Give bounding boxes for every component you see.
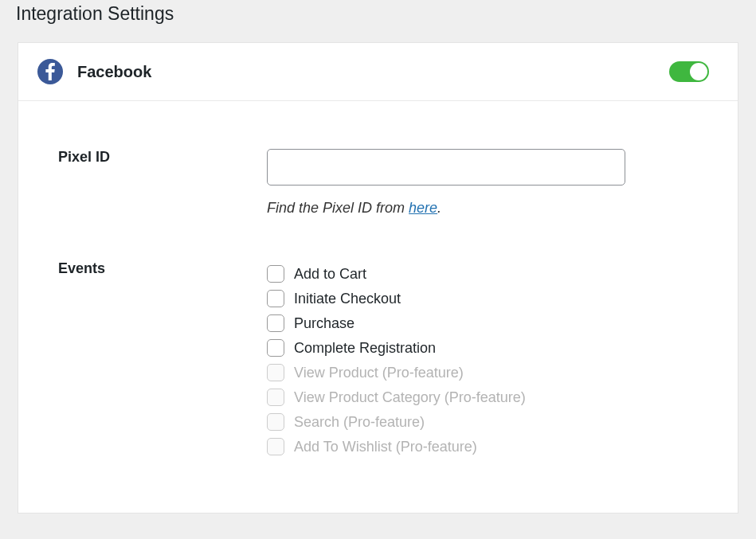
events-list: Add to CartInitiate CheckoutPurchaseComp…: [267, 264, 698, 457]
facebook-icon: [37, 59, 63, 84]
event-item: Initiate Checkout: [267, 288, 698, 309]
page-title: Integration Settings: [16, 3, 738, 25]
event-label: Initiate Checkout: [294, 291, 401, 307]
event-checkbox: [267, 413, 284, 431]
integration-card: Facebook Pixel ID Find the Pixel ID from…: [18, 42, 738, 514]
event-item: Purchase: [267, 313, 698, 334]
event-checkbox: [267, 438, 284, 455]
integration-toggle[interactable]: [669, 61, 709, 82]
events-row: Events Add to CartInitiate CheckoutPurch…: [58, 260, 698, 457]
event-checkbox: [267, 389, 284, 406]
pixel-id-input[interactable]: [267, 149, 625, 186]
event-label: Search (Pro-feature): [294, 414, 425, 431]
card-body: Pixel ID Find the Pixel ID from here. Ev…: [18, 101, 738, 513]
hint-text-post: .: [437, 200, 441, 216]
event-item: View Product Category (Pro-feature): [267, 387, 698, 408]
hint-text-pre: Find the Pixel ID from: [267, 200, 409, 216]
event-item: View Product (Pro-feature): [267, 362, 698, 383]
pixel-id-hint-link[interactable]: here: [409, 200, 437, 216]
event-checkbox[interactable]: [267, 290, 284, 307]
event-checkbox[interactable]: [267, 265, 284, 283]
event-label: View Product Category (Pro-feature): [294, 389, 526, 406]
event-label: Purchase: [294, 315, 354, 332]
event-item: Add to Cart: [267, 264, 698, 284]
event-label: Add To Wishlist (Pro-feature): [294, 439, 477, 455]
integration-title: Facebook: [77, 63, 655, 81]
event-checkbox[interactable]: [267, 339, 284, 357]
pixel-id-hint: Find the Pixel ID from here.: [267, 200, 698, 217]
card-header: Facebook: [18, 43, 738, 101]
event-item: Add To Wishlist (Pro-feature): [267, 436, 698, 457]
event-item: Search (Pro-feature): [267, 412, 698, 432]
event-label: Complete Registration: [294, 340, 436, 357]
events-label: Events: [58, 260, 105, 276]
event-checkbox: [267, 364, 284, 381]
event-item: Complete Registration: [267, 338, 698, 358]
event-label: Add to Cart: [294, 266, 366, 283]
pixel-id-label: Pixel ID: [58, 149, 110, 165]
event-checkbox[interactable]: [267, 314, 284, 332]
pixel-id-row: Pixel ID Find the Pixel ID from here.: [58, 149, 698, 217]
event-label: View Product (Pro-feature): [294, 365, 464, 381]
